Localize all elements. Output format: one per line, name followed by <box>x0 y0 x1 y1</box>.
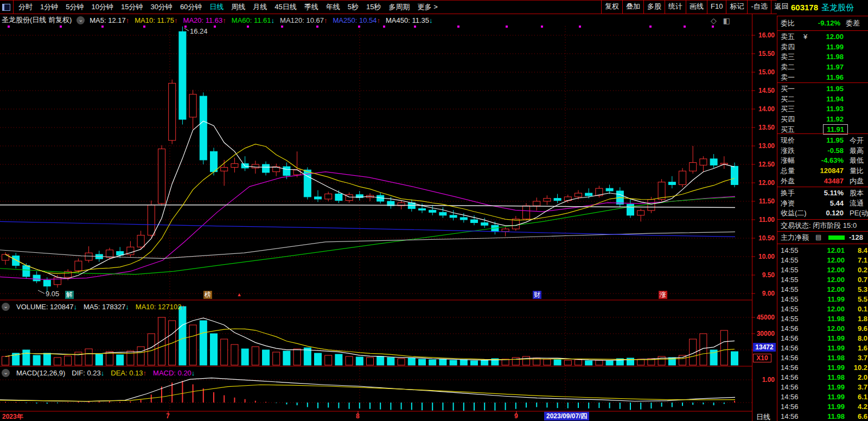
ask-label: 卖四 <box>781 42 795 52</box>
chevron-down-icon[interactable]: ⌄ <box>2 303 10 311</box>
trade-tick-row: 14:5611.9910.2 <box>777 362 868 372</box>
axis-tick-label: 11.50 <box>759 197 775 205</box>
list-icon[interactable]: ▤ <box>815 234 822 241</box>
ask-row-卖一[interactable]: 卖一11.96 <box>777 72 868 82</box>
period-tab-10分钟[interactable]: 10分钟 <box>87 1 117 14</box>
panel-divider <box>777 133 868 134</box>
trading-terminal: 16.249.05 分时1分钟5分钟10分钟15分钟30分钟60分钟日线周线月线… <box>0 0 868 421</box>
chevron-down-icon[interactable]: ⌄ <box>2 369 10 377</box>
axis-tick-label: 30000 <box>757 330 775 337</box>
ask-row-卖三[interactable]: 卖三11.98 <box>777 52 868 62</box>
trade-tick-row: 14:5611.998.0 <box>777 333 868 343</box>
chart-badge-财[interactable]: 财 <box>533 291 541 299</box>
trade-price: 12.00 <box>827 255 845 265</box>
main-net-flow-value: -128 <box>849 232 863 243</box>
trading-status: 交易状态: 闭市阶段 15:0 <box>781 220 857 231</box>
field-label: 换手 <box>781 188 795 198</box>
chart-badge-解[interactable]: 解 <box>65 291 74 299</box>
period-tab-60分钟[interactable]: 60分钟 <box>176 1 206 14</box>
main-net-flow-row: 主力净额▤-128 <box>777 232 868 243</box>
period-tab-周线[interactable]: 周线 <box>227 1 249 14</box>
period-tab-15分钟[interactable]: 15分钟 <box>117 1 146 14</box>
tool-button-标记[interactable]: 标记 <box>726 0 747 14</box>
field-value: 5.11% <box>824 188 844 198</box>
trade-tick-row: 14:5611.991.6 <box>777 343 868 353</box>
trade-volume: 0.2 <box>858 265 867 275</box>
period-tab-更多 >[interactable]: 更多 > <box>414 1 442 14</box>
chart-badge-▲[interactable]: ▲ <box>235 291 244 299</box>
chart-badge-涨[interactable]: 涨 <box>659 291 667 299</box>
half-square-icon[interactable]: ◧ <box>723 16 730 25</box>
bid-row-买一[interactable]: 买一11.95 <box>777 84 868 94</box>
panel-divider <box>777 187 868 187</box>
period-menu: 分时1分钟5分钟10分钟15分钟30分钟60分钟日线周线月线45日线季线年线5秒… <box>15 0 442 14</box>
period-tab-5分钟[interactable]: 5分钟 <box>62 1 87 14</box>
svg-text:16.24: 16.24 <box>190 27 208 35</box>
yen-icon: ¥ <box>803 31 807 42</box>
tool-button-复权[interactable]: 复权 <box>601 0 622 14</box>
panel-divider <box>777 219 868 220</box>
period-tab-日线[interactable]: 日线 <box>206 1 227 14</box>
period-tab-年线[interactable]: 年线 <box>322 1 344 14</box>
bid-row-买五[interactable]: 买五11.91 <box>777 124 868 135</box>
field-label: 涨幅 <box>781 155 795 165</box>
macd-pane-header: ⌄ MACD(12,26,9) DIF: 0.23↓DEA: 0.13↑MACD… <box>2 368 195 378</box>
period-tab-多周期[interactable]: 多周期 <box>385 1 414 14</box>
period-tab-5秒[interactable]: 5秒 <box>344 1 362 14</box>
tool-button-叠加[interactable]: 叠加 <box>622 0 643 14</box>
trade-price: 12.00 <box>827 265 845 275</box>
axis-tick-label: 12.50 <box>758 161 775 168</box>
axis-tick-label: 12.00 <box>758 179 775 187</box>
quote-field-涨跌: 涨跌-0.58最高 <box>777 145 868 156</box>
field-label2: PE(动) <box>850 208 868 218</box>
diamond-icon[interactable]: ◇ <box>711 16 717 25</box>
bid-row-买四[interactable]: 买四11.92 <box>777 114 868 124</box>
field-label2: 最低 <box>850 155 864 165</box>
trading-status-row: 交易状态: 闭市阶段 15:0 <box>777 220 868 231</box>
trade-volume: 0.1 <box>858 304 867 314</box>
bid-row-买三[interactable]: 买三11.93 <box>777 104 868 114</box>
period-tab-月线[interactable]: 月线 <box>249 1 271 14</box>
axis-tick-label: 45000 <box>757 314 775 321</box>
ma-indicators: MA5: 12.17↑MA10: 11.75↑MA20: 11.63↑MA60:… <box>90 16 432 24</box>
tool-button-多股[interactable]: 多股 <box>643 0 665 14</box>
tool-button--自选[interactable]: -自选 <box>747 0 770 14</box>
field-label2: 最高 <box>850 145 864 156</box>
period-tab-15秒[interactable]: 15秒 <box>362 1 385 14</box>
period-tab-分时[interactable]: 分时 <box>15 1 36 14</box>
bid-row-买二[interactable]: 买二11.94 <box>777 94 868 104</box>
trade-time: 14:55 <box>781 255 799 265</box>
chevron-down-icon[interactable]: ⌄ <box>76 16 85 24</box>
trade-tick-row: 14:5611.994.2 <box>777 401 868 411</box>
weibi-value: -9.12% <box>818 18 840 28</box>
down-arrow-icon: ↓ <box>271 16 275 24</box>
ask-row-卖二[interactable]: 卖二11.97 <box>777 62 868 72</box>
panel-divider <box>777 244 868 244</box>
period-tab-季线[interactable]: 季线 <box>301 1 322 14</box>
period-tab-45日线[interactable]: 45日线 <box>271 1 300 14</box>
weicha-label: 委差 <box>846 18 860 28</box>
period-tab-30分钟[interactable]: 30分钟 <box>146 1 176 14</box>
window-icon[interactable] <box>2 4 10 11</box>
macd-indicators: DIF: 0.23↓DEA: 0.13↑MACD: 0.20↓ <box>72 369 195 377</box>
field-label2: 内盘 <box>850 176 864 186</box>
trade-tick-row: 14:5512.007.1 <box>777 255 868 265</box>
ma-indicator-MA10: MA10: 11.75↑ <box>135 16 177 24</box>
axis-tick-label: 10.00 <box>758 253 775 260</box>
tool-button-统计[interactable]: 统计 <box>665 0 686 14</box>
trade-tick-row: 14:5511.981.8 <box>777 314 868 323</box>
down-arrow-icon: ↓ <box>101 369 105 377</box>
ask-row-卖四[interactable]: 卖四11.99 <box>777 42 868 52</box>
trade-tick-row: 14:5512.000.1 <box>777 304 868 314</box>
main-net-flow-label: 主力净额 <box>781 232 809 243</box>
tool-button-返回[interactable]: 返回 <box>771 0 792 14</box>
tool-button-F10[interactable]: F10 <box>707 0 726 14</box>
chart-badge-榜[interactable]: 榜 <box>203 291 212 299</box>
ask-row-卖五[interactable]: 卖五¥12.00 <box>777 31 868 42</box>
period-tab-1分钟[interactable]: 1分钟 <box>36 1 62 14</box>
axis-tick-label: 11.00 <box>759 216 775 224</box>
up-arrow-icon: ↑ <box>222 16 226 24</box>
axis-tick-label: 1.00 <box>762 376 775 384</box>
tool-button-画线[interactable]: 画线 <box>686 0 707 14</box>
axis-month-label: 9 <box>514 412 518 420</box>
